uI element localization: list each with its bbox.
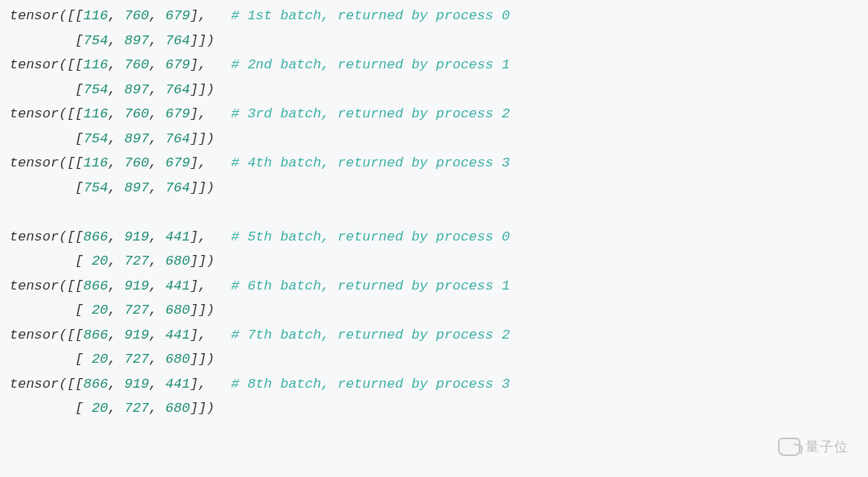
code-line: tensor([[866, 919, 441], # 7th batch, re… <box>10 323 858 348</box>
code-line: [ 20, 727, 680]]) <box>10 397 858 421</box>
code-line: [754, 897, 764]]) <box>10 176 858 201</box>
wechat-icon <box>778 438 800 456</box>
code-line: tensor([[116, 760, 679], # 4th batch, re… <box>10 151 858 176</box>
code-line: [ 20, 727, 680]]) <box>10 249 858 274</box>
code-line: [ 20, 727, 680]]) <box>10 347 858 372</box>
code-line: [754, 897, 764]]) <box>10 29 858 54</box>
code-line: tensor([[116, 760, 679], # 2nd batch, re… <box>10 53 858 78</box>
code-block: tensor([[116, 760, 679], # 1st batch, re… <box>10 4 858 421</box>
code-line: [ 20, 727, 680]]) <box>10 298 858 323</box>
code-line: tensor([[866, 919, 441], # 6th batch, re… <box>10 274 858 299</box>
code-line: tensor([[866, 919, 441], # 8th batch, re… <box>10 372 858 397</box>
code-line: [754, 897, 764]]) <box>10 127 858 152</box>
code-line: tensor([[116, 760, 679], # 1st batch, re… <box>10 4 858 29</box>
code-line: [754, 897, 764]]) <box>10 78 858 103</box>
code-line: tensor([[866, 919, 441], # 5th batch, re… <box>10 225 858 250</box>
watermark: 量子位 <box>778 435 849 460</box>
watermark-text: 量子位 <box>805 435 849 460</box>
code-line: tensor([[116, 760, 679], # 3rd batch, re… <box>10 102 858 127</box>
